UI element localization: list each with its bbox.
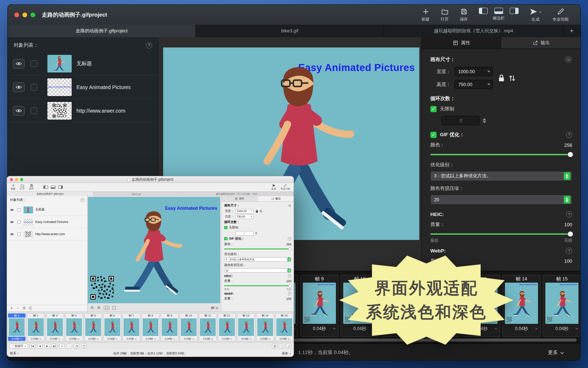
sidebar-right-icon[interactable]	[58, 185, 63, 189]
minimize-button[interactable]	[22, 13, 27, 17]
frame-duration[interactable]: 0.04秒	[85, 337, 102, 341]
timeline-frame-3[interactable]: 帧 30.04秒	[46, 313, 64, 341]
tab-properties[interactable]: 属性	[221, 196, 258, 201]
loop-mode-select[interactable]: 一直循环	[9, 344, 28, 348]
animation-canvas[interactable]: Easy Animated Pictures	[88, 197, 220, 303]
help-button[interactable]: ?	[80, 198, 84, 202]
timeline-frame-4[interactable]: 帧 40.04秒	[65, 313, 83, 341]
zoom-in-icon[interactable]	[97, 306, 101, 310]
slider-knob[interactable]	[568, 231, 573, 237]
tab-video[interactable]: 越玩越聪明的游戏《雪人玩交换》.mp4	[180, 192, 294, 196]
copy-icon[interactable]	[22, 307, 26, 310]
visibility-toggle[interactable]	[10, 232, 15, 236]
loop-count-input[interactable]: 0	[235, 231, 254, 236]
object-checkbox[interactable]	[31, 84, 37, 91]
slider-knob[interactable]	[288, 247, 292, 251]
timeline-frame-1[interactable]: 帧 10.04秒	[8, 313, 26, 341]
frame-duration[interactable]: 0.04秒	[161, 337, 178, 341]
zoom-button[interactable]	[31, 13, 35, 17]
frame-duration[interactable]: 0.04秒	[199, 337, 216, 341]
actual-size-button[interactable]: 1:1	[104, 306, 110, 310]
pro-features-button[interactable]: 专业功能	[552, 8, 569, 22]
frame-duration[interactable]: 0.04秒	[237, 337, 255, 341]
timeline-frame-9[interactable]: 帧 90.04秒	[161, 313, 179, 341]
frame-duration[interactable]: 0.04秒	[65, 337, 83, 341]
frame-duration[interactable]: 0.04秒	[276, 337, 293, 341]
heic-help-button[interactable]: ?	[566, 211, 572, 217]
object-checkbox[interactable]	[31, 60, 37, 67]
pro-features-button[interactable]: 专业功能	[280, 184, 290, 191]
timeline-frame-9[interactable]: 帧 9 Easy Animated Pictures 0.04秒	[300, 275, 338, 337]
loop-count-input[interactable]: 0	[441, 116, 480, 125]
more-button[interactable]: 更多	[548, 349, 563, 356]
frame-duration[interactable]: 0.04秒	[180, 337, 197, 341]
collapse-section-button[interactable]	[565, 56, 572, 63]
zoom-out-icon[interactable]	[90, 306, 94, 310]
fit-view-button[interactable]	[279, 344, 284, 348]
new-button[interactable]: 新建	[11, 184, 15, 191]
fit-to-window-icon[interactable]	[112, 306, 116, 310]
timeline-frame-8[interactable]: 帧 80.04秒	[141, 313, 159, 341]
unlimited-checkbox[interactable]	[430, 106, 437, 112]
sidebar-bottom-icon[interactable]	[51, 185, 55, 189]
frame-duration[interactable]: 0.04秒	[301, 324, 338, 333]
timeline-frame-14[interactable]: 帧 140.04秒	[256, 313, 274, 341]
frame-duration[interactable]: 0.04秒	[257, 337, 274, 341]
timeline-frame-5[interactable]: 帧 50.04秒	[84, 313, 102, 341]
lossy-compression-select[interactable]: 20	[430, 195, 572, 205]
tab-project[interactable]: 走路的动画例子.gifproject	[8, 25, 196, 37]
step-forward-button[interactable]	[52, 344, 57, 348]
zoom-button[interactable]	[20, 178, 23, 181]
gif-help-button[interactable]: ?	[288, 237, 291, 241]
object-list-item[interactable]: http://www.arwer.com	[7, 228, 87, 240]
slider-knob[interactable]	[288, 284, 292, 287]
heic-quality-slider[interactable]	[430, 233, 572, 235]
remove-object-icon[interactable]	[16, 307, 19, 310]
contact-button[interactable]: 联系	[10, 351, 19, 356]
height-input[interactable]: 750.00	[235, 215, 254, 219]
heic-quality-slider[interactable]	[224, 285, 291, 286]
object-checkbox[interactable]	[17, 220, 21, 224]
object-list-item[interactable]: Easy Animated Pictures Easy Animated Pic…	[7, 216, 87, 228]
skip-to-start-button[interactable]	[30, 344, 35, 348]
remove-frame-button[interactable]	[67, 344, 72, 348]
collapse-section-button[interactable]	[288, 204, 291, 207]
frame-duration[interactable]: 0.04秒	[123, 337, 140, 341]
timeline-frame-2[interactable]: 帧 20.04秒	[27, 313, 45, 341]
visibility-toggle[interactable]	[13, 82, 25, 92]
tab-video[interactable]: 越玩越聪明的游戏《雪人玩交换》.mp4	[384, 25, 563, 37]
tab-bike3[interactable]: bike3.gif	[196, 25, 384, 37]
object-list-item[interactable]: http://www.arwer.com	[8, 99, 158, 123]
close-button[interactable]	[14, 13, 19, 17]
minimize-button[interactable]	[15, 178, 18, 181]
width-input[interactable]: 1000.00	[235, 209, 254, 213]
more-button[interactable]: 更多	[282, 351, 291, 356]
color-count-slider[interactable]	[224, 248, 291, 250]
frame-duration[interactable]: 0.04秒	[142, 337, 159, 341]
tab-project[interactable]: 走路的动画例子.gifproject	[7, 192, 93, 196]
timeline-frame-12[interactable]: 帧 120.04秒	[218, 313, 236, 341]
step-back-button[interactable]	[37, 344, 43, 348]
color-count-slider[interactable]	[430, 154, 572, 155]
width-input[interactable]: 1000.00	[455, 67, 493, 76]
new-button[interactable]: 新建	[422, 8, 430, 22]
add-object-icon[interactable]	[10, 307, 13, 310]
timeline-frame-15[interactable]: 帧 15 Easy Animated Pictures 0.04秒	[543, 275, 581, 337]
timeline-frame-11[interactable]: 帧 110.04秒	[199, 313, 217, 341]
frame-duration[interactable]: 0.04秒	[27, 337, 44, 341]
object-list-item[interactable]: 无标题	[8, 52, 158, 75]
frame-duration[interactable]: 0.04秒	[543, 324, 581, 333]
heic-help-button[interactable]: ?	[288, 274, 291, 278]
grid-view-button[interactable]	[272, 344, 277, 348]
qr-code-layer[interactable]	[90, 275, 115, 300]
lock-aspect-icon[interactable]	[255, 209, 258, 213]
visibility-toggle[interactable]	[13, 106, 25, 116]
help-button[interactable]: ?	[146, 42, 152, 49]
paste-icon[interactable]	[29, 307, 32, 310]
loop-count-stepper[interactable]	[483, 118, 486, 123]
tab-output[interactable]: 输出	[501, 37, 581, 49]
frame-duration[interactable]: 0.04秒	[46, 337, 64, 341]
timeline-frame-15[interactable]: 帧 150.04秒	[275, 313, 293, 341]
swap-dimensions-icon[interactable]	[259, 209, 262, 213]
tab-output[interactable]: 输出	[258, 196, 294, 201]
